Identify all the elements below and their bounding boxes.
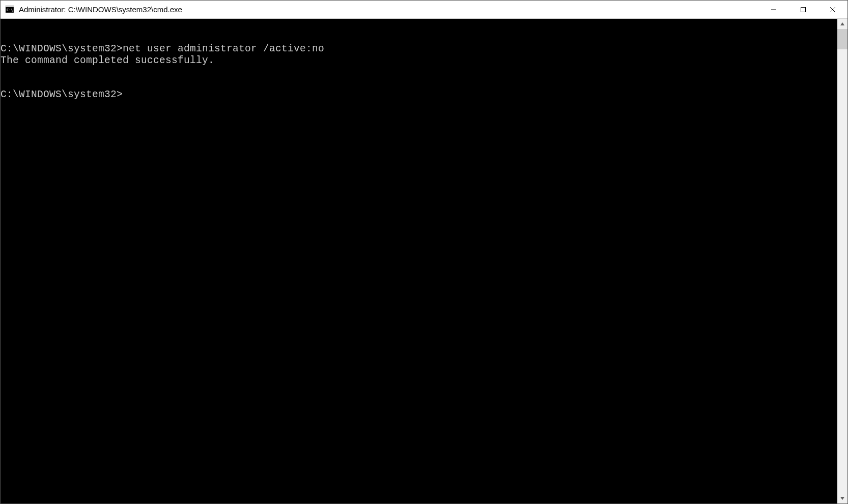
- cmd-icon: C:\: [5, 5, 15, 15]
- scrollbar-thumb[interactable]: [837, 29, 847, 49]
- terminal-line: C:\WINDOWS\system32>: [1, 89, 837, 101]
- svg-marker-7: [840, 22, 844, 25]
- maximize-button[interactable]: [788, 1, 818, 18]
- terminal-line: [1, 78, 837, 89]
- scroll-up-button[interactable]: [837, 19, 847, 29]
- terminal-output[interactable]: C:\WINDOWS\system32>net user administrat…: [1, 19, 837, 503]
- terminal-container: C:\WINDOWS\system32>net user administrat…: [1, 19, 847, 503]
- close-button[interactable]: [818, 1, 847, 18]
- minimize-button[interactable]: [759, 1, 788, 18]
- terminal-line: [1, 67, 837, 78]
- svg-text:C:\: C:\: [7, 8, 13, 12]
- terminal-line: The command completed successfully.: [1, 55, 837, 67]
- window-title: Administrator: C:\WINDOWS\system32\cmd.e…: [19, 5, 759, 14]
- svg-rect-4: [801, 7, 806, 12]
- scroll-down-button[interactable]: [837, 493, 847, 503]
- scrollbar-track[interactable]: [837, 29, 847, 493]
- window-controls: [759, 1, 847, 18]
- vertical-scrollbar[interactable]: [837, 19, 847, 503]
- terminal-line: C:\WINDOWS\system32>net user administrat…: [1, 43, 837, 55]
- svg-rect-1: [6, 6, 14, 7]
- titlebar[interactable]: C:\ Administrator: C:\WINDOWS\system32\c…: [1, 1, 847, 19]
- svg-marker-8: [840, 497, 844, 500]
